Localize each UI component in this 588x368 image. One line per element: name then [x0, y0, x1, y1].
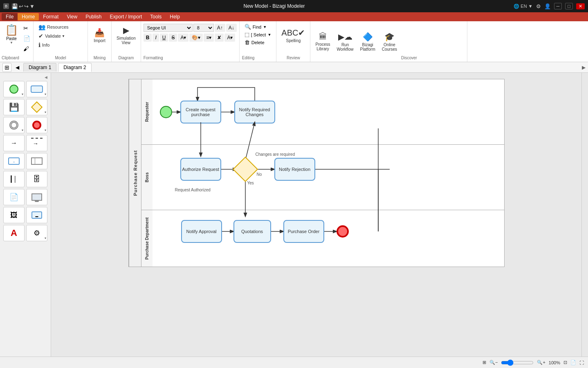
cut-button[interactable]: ✂: [22, 25, 31, 32]
back-btn[interactable]: ◀: [13, 64, 22, 71]
online-courses-button[interactable]: 🎓 Online Courses: [379, 29, 399, 54]
notify-changes-task[interactable]: Notify Required Changes: [234, 101, 275, 123]
underline-button[interactable]: U: [160, 34, 168, 42]
delete-button[interactable]: 🗑 Delete: [242, 38, 274, 46]
more-quick-btn[interactable]: ▼: [29, 3, 35, 9]
process-library-button[interactable]: 🏛 Process Library: [313, 29, 332, 54]
document-tool[interactable]: 📄: [3, 189, 25, 205]
select-button[interactable]: ⬚ [ Select ▼: [242, 31, 274, 38]
sequence-flow-tool[interactable]: →: [3, 135, 25, 151]
spelling-button[interactable]: ABC✔ Spelling: [279, 23, 307, 47]
notify-approval-task[interactable]: Notify Approval: [181, 220, 222, 243]
status-zoom-in-icon[interactable]: 🔍+: [537, 360, 545, 365]
create-request-task[interactable]: Create request purchase: [180, 101, 221, 123]
font-color-btn[interactable]: A▾: [178, 34, 189, 42]
fill-color-btn[interactable]: 🎨▾: [189, 34, 203, 42]
text-icon: A: [11, 228, 17, 238]
simulation-view-button[interactable]: ▶ Simulation View: [114, 23, 138, 47]
import-button[interactable]: 📥 Import: [90, 23, 109, 47]
font-size-select[interactable]: 89101112: [193, 24, 214, 32]
font-increase-btn[interactable]: A↑: [215, 24, 225, 32]
menu-publish[interactable]: Publish: [81, 13, 105, 20]
clipboard-side-buttons: ✂ 📄 🖌: [22, 23, 31, 54]
zoom-slider[interactable]: [501, 359, 534, 366]
connector-tool[interactable]: ⚙ ▾: [26, 225, 47, 241]
fit-page-icon[interactable]: ⊡: [563, 360, 567, 365]
right-scrollbar[interactable]: [581, 73, 588, 357]
align-btn[interactable]: ≡▾: [204, 34, 214, 42]
menu-tools[interactable]: Tools: [146, 13, 166, 20]
start-event[interactable]: [160, 106, 172, 118]
nav-scroll-btn[interactable]: ▶: [582, 65, 586, 70]
paste-button[interactable]: 📋 Paste ▼: [2, 23, 21, 54]
gateway-element[interactable]: [232, 157, 258, 182]
collapse-toolbar-btn[interactable]: ◀: [2, 75, 49, 79]
text-color-btn2[interactable]: A▾: [224, 34, 235, 42]
save-tool[interactable]: 💾: [3, 99, 25, 115]
resources-button[interactable]: 👥 Resources: [36, 23, 85, 31]
clear-format-btn[interactable]: ✘: [215, 34, 224, 42]
end-event[interactable]: [337, 225, 349, 238]
menu-export[interactable]: Export / Import: [106, 13, 146, 20]
gateway-tool[interactable]: ▾: [26, 99, 47, 115]
validate-dropdown: ▼: [62, 34, 65, 38]
copy-button[interactable]: 📄: [22, 35, 31, 42]
grid-view-btn[interactable]: ⊞: [2, 63, 11, 72]
document-icon: 📄: [9, 193, 18, 202]
subprocess-tool[interactable]: +: [3, 153, 25, 169]
diagram-tab-1[interactable]: Diagram 1: [23, 63, 56, 72]
validate-button[interactable]: ✔ Validate ▼: [36, 32, 85, 40]
info-button[interactable]: ℹ Info: [36, 41, 85, 49]
gateway-icon: [31, 101, 43, 113]
start-event-tool[interactable]: ▾: [3, 81, 25, 97]
fullscreen-icon[interactable]: ⛶: [579, 360, 584, 365]
menu-file[interactable]: File: [2, 13, 18, 20]
purchase-order-task[interactable]: Purchase Order: [283, 220, 324, 243]
notify-rejection-task[interactable]: Notify Rejection: [274, 158, 315, 181]
screen-tool[interactable]: [26, 189, 47, 205]
request-authorized-label: Request Authorized: [175, 188, 211, 192]
menu-view[interactable]: View: [63, 13, 81, 20]
find-button[interactable]: 🔍 Find ▼: [242, 23, 274, 31]
data-store-tool[interactable]: 🗄: [26, 171, 47, 187]
status-zoom-out-icon[interactable]: 🔍−: [489, 360, 498, 365]
quotations-task[interactable]: Quotations: [233, 220, 271, 243]
page-view-icon[interactable]: 📄: [570, 360, 576, 365]
diagram-tab-2[interactable]: Diagram 2: [58, 63, 91, 72]
authorize-request-task[interactable]: Authorize Request: [180, 158, 221, 181]
image-tool[interactable]: 🖼: [3, 207, 25, 223]
bpmn-canvas[interactable]: Purchase Request Requester: [128, 79, 505, 267]
redo-quick-btn[interactable]: ↪: [24, 3, 29, 9]
save-quick-btn[interactable]: 💾: [11, 3, 18, 9]
run-workflow-button[interactable]: ▶☁ Run Workflow: [334, 29, 356, 54]
yes-label: Yes: [247, 181, 254, 185]
collapsed-tool[interactable]: ▬: [26, 207, 47, 223]
strikethrough-button[interactable]: S: [169, 34, 177, 42]
undo-quick-btn[interactable]: ↩: [19, 3, 23, 9]
message-flow-tool[interactable]: →: [26, 135, 47, 151]
format-painter-button[interactable]: 🖌: [22, 45, 31, 52]
pool-tool[interactable]: [26, 153, 47, 169]
end-event-tool[interactable]: ▾: [26, 117, 47, 133]
pool-label: Purchase Request: [129, 79, 141, 267]
lang-selector[interactable]: 🌐 EN ▼: [514, 4, 532, 9]
maximize-btn[interactable]: □: [565, 3, 573, 9]
menu-format[interactable]: Format: [39, 13, 63, 20]
bold-button[interactable]: B: [144, 34, 152, 42]
user-icon[interactable]: 👤: [544, 3, 551, 9]
settings-icon[interactable]: ⚙: [536, 3, 541, 9]
text-tool[interactable]: A: [3, 225, 25, 241]
menu-help[interactable]: Help: [166, 13, 184, 20]
text-annotation-tool[interactable]: │: [3, 171, 25, 187]
close-btn[interactable]: ✕: [576, 3, 585, 9]
task-tool[interactable]: ▾: [26, 81, 47, 97]
intermediate-event-tool[interactable]: ▾: [3, 117, 25, 133]
font-family-select[interactable]: Segoe UI: [144, 24, 193, 32]
bizagi-platform-button[interactable]: 🔷 Bizagi Platform: [358, 29, 378, 54]
italic-button[interactable]: I: [153, 34, 159, 42]
canvas-area[interactable]: Purchase Request Requester: [51, 73, 581, 357]
menu-home[interactable]: Home: [18, 13, 39, 20]
minimize-btn[interactable]: ─: [554, 3, 562, 9]
font-decrease-btn[interactable]: A↓: [226, 24, 237, 32]
status-grid-icon[interactable]: ⊞: [483, 360, 486, 365]
